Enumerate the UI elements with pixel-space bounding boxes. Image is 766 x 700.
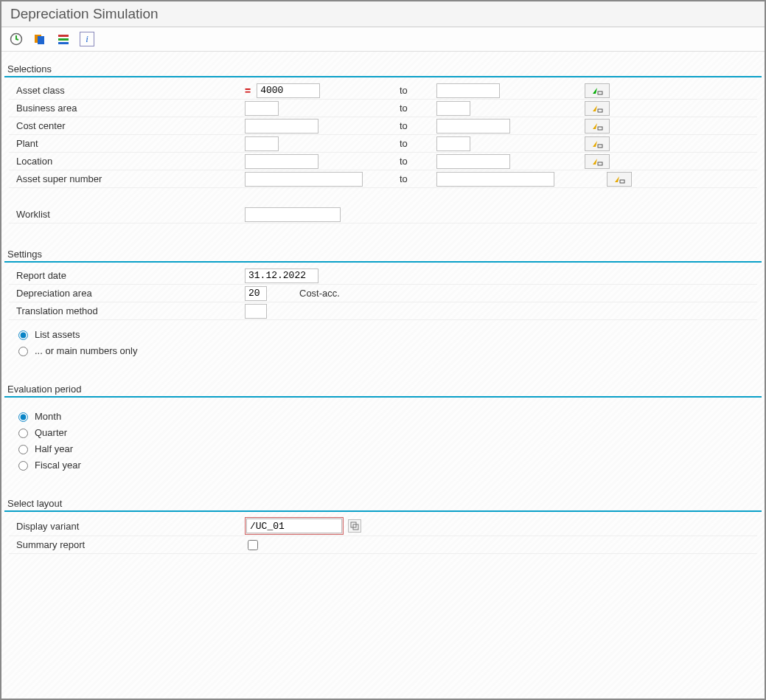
execute-icon[interactable] [9,32,24,46]
variants-icon[interactable] [32,32,47,46]
svg-rect-11 [598,162,602,165]
row-location: Location to [9,153,757,170]
svg-rect-4 [58,38,69,41]
label-asset-super-number: Asset super number [9,173,245,184]
cost-center-to-input[interactable] [436,119,510,134]
label-worklist: Worklist [9,209,245,220]
row-depreciation-area: Depreciation area Cost-acc. [9,285,757,302]
section-header-eval: Evaluation period [4,382,762,398]
location-from-input[interactable] [245,154,318,169]
info-icon[interactable]: i [80,32,94,46]
row-worklist: Worklist [9,206,757,223]
page-title: Depreciation Simulation [1,1,765,27]
section-header-layout: Select layout [4,496,762,512]
asset-super-from-input[interactable] [245,172,363,187]
label-display-variant: Display variant [9,521,245,532]
multi-select-button[interactable] [607,172,632,187]
main-numbers-label[interactable]: ... or main numbers only [35,345,137,356]
svg-rect-3 [58,35,69,37]
row-display-variant: Display variant [9,516,757,536]
section-settings: Settings Report date Depreciation area C… [4,247,762,372]
depreciation-area-desc: Cost-acc. [299,288,340,299]
to-label: to [392,173,436,184]
display-variant-focus [245,517,344,535]
row-business-area: Business area to [9,100,757,117]
label-location: Location [9,156,245,167]
fiscal-year-label[interactable]: Fiscal year [35,460,81,471]
translation-method-input[interactable] [245,304,267,319]
plant-from-input[interactable] [245,136,279,151]
equals-icon: = [245,85,251,97]
section-eval-period: Evaluation period Month Quarter Half yea… [4,382,762,486]
label-business-area: Business area [9,103,245,114]
half-year-radio[interactable] [18,445,28,454]
month-label[interactable]: Month [35,411,61,422]
asset-class-to-input[interactable] [436,83,500,98]
f4-help-icon[interactable] [348,519,361,533]
row-cost-center: Cost center to [9,117,757,135]
business-area-to-input[interactable] [436,101,470,116]
svg-rect-5 [58,42,69,44]
label-plant: Plant [9,138,245,149]
section-header-selections: Selections [4,62,762,77]
row-report-date: Report date [9,267,757,285]
cost-center-from-input[interactable] [245,119,318,134]
label-translation-method: Translation method [9,305,245,316]
svg-rect-9 [598,127,602,130]
toolbar: i [1,27,765,52]
svg-rect-12 [620,180,624,183]
label-cost-center: Cost center [9,120,245,131]
eval-radio-group: Month Quarter Half year Fiscal year [4,402,762,473]
label-report-date: Report date [9,270,245,281]
label-summary-report: Summary report [9,539,245,550]
worklist-input[interactable] [245,207,341,222]
row-summary-report: Summary report [9,536,757,554]
quarter-radio[interactable] [18,429,28,438]
depreciation-area-input[interactable] [245,286,267,301]
to-label: to [392,85,436,96]
row-asset-super-number: Asset super number to [9,170,757,188]
svg-rect-10 [598,145,602,148]
fiscal-year-radio[interactable] [18,461,28,471]
multi-select-button[interactable] [585,136,610,151]
asset-super-to-input[interactable] [436,172,554,187]
plant-to-input[interactable] [436,136,470,151]
asset-class-from-input[interactable] [257,83,320,98]
section-selections: Selections Asset class = to [4,62,762,237]
row-asset-class: Asset class = to [9,82,757,100]
summary-report-checkbox[interactable] [248,540,258,550]
settings-radio-group: List assets ... or main numbers only [4,320,762,358]
multi-select-button[interactable] [585,101,610,116]
label-depreciation-area: Depreciation area [9,288,245,299]
app-window: Depreciation Simulation i [0,0,766,700]
list-icon[interactable] [56,32,71,46]
label-asset-class: Asset class [9,85,245,96]
svg-rect-2 [38,36,44,44]
list-assets-radio[interactable] [18,330,28,340]
to-label: to [392,120,436,131]
svg-rect-7 [598,91,602,94]
list-assets-label[interactable]: List assets [35,329,80,340]
multi-select-button[interactable] [585,83,610,98]
row-plant: Plant to [9,135,757,153]
svg-text:i: i [86,33,88,44]
body: Selections Asset class = to [1,52,765,699]
row-translation-method: Translation method [9,302,757,320]
section-header-settings: Settings [4,247,762,263]
multi-select-button[interactable] [585,154,610,169]
quarter-label[interactable]: Quarter [35,427,67,438]
half-year-label[interactable]: Half year [35,443,73,454]
main-numbers-radio[interactable] [18,347,28,356]
to-label: to [392,103,436,114]
location-to-input[interactable] [436,154,510,169]
business-area-from-input[interactable] [245,101,279,116]
display-variant-input[interactable] [246,519,342,533]
month-radio[interactable] [18,412,28,422]
to-label: to [392,156,436,167]
section-select-layout: Select layout Display variant Summary re… [4,496,762,567]
report-date-input[interactable] [245,268,318,283]
to-label: to [392,138,436,149]
multi-select-button[interactable] [585,119,610,134]
svg-rect-8 [598,109,602,112]
